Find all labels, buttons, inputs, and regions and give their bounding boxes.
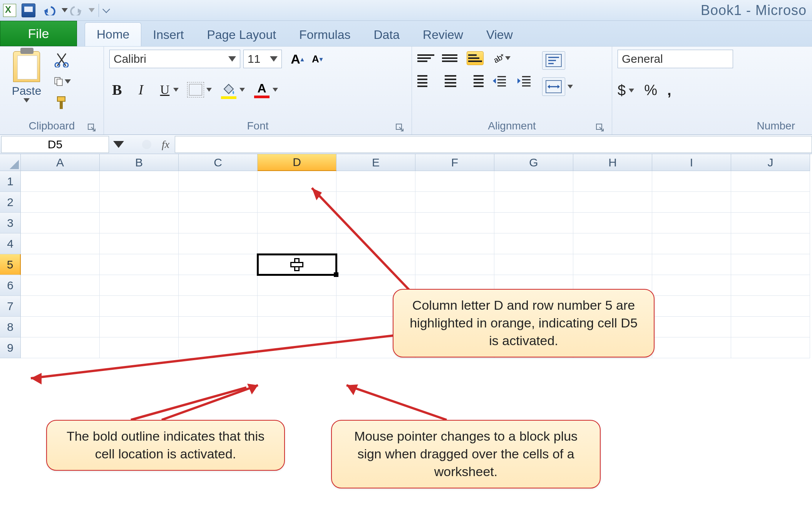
align-middle-button[interactable]: [442, 51, 459, 65]
cell-F1[interactable]: [415, 171, 494, 192]
font-color-button[interactable]: A: [253, 81, 270, 98]
align-bottom-button[interactable]: [467, 51, 484, 65]
shrink-font-button[interactable]: A▾: [308, 50, 326, 68]
cell-J1[interactable]: [731, 171, 810, 192]
cell-F3[interactable]: [415, 213, 494, 233]
align-center-button[interactable]: [442, 74, 459, 88]
underline-dropdown[interactable]: [173, 88, 179, 92]
cell-J4[interactable]: [731, 233, 810, 254]
tab-file[interactable]: File: [0, 21, 77, 46]
col-header-F[interactable]: F: [415, 154, 494, 171]
cell-A8[interactable]: [21, 317, 100, 337]
cell-I7[interactable]: [652, 296, 731, 317]
font-name-combo[interactable]: Calibri: [109, 50, 240, 68]
cell-A7[interactable]: [21, 296, 100, 317]
cell-D4[interactable]: [258, 233, 337, 254]
cell-C3[interactable]: [179, 213, 258, 233]
merge-center-button[interactable]: [542, 77, 565, 96]
cell-I9[interactable]: [652, 337, 731, 358]
cell-C9[interactable]: [179, 337, 258, 358]
cell-D5[interactable]: [258, 254, 337, 275]
cell-I1[interactable]: [652, 171, 731, 192]
align-top-button[interactable]: [417, 51, 434, 65]
cell-B4[interactable]: [100, 233, 179, 254]
cell-D6[interactable]: [258, 275, 337, 296]
save-button[interactable]: [22, 3, 35, 17]
align-left-button[interactable]: [417, 74, 434, 88]
font-color-dropdown[interactable]: [273, 88, 278, 92]
cell-D9[interactable]: [258, 337, 337, 358]
cell-G1[interactable]: [494, 171, 573, 192]
tab-data[interactable]: Data: [362, 23, 411, 46]
percent-format-button[interactable]: %: [644, 82, 657, 99]
bold-button[interactable]: B: [109, 81, 125, 98]
cell-E2[interactable]: [337, 192, 415, 213]
cell-B3[interactable]: [100, 213, 179, 233]
cell-D8[interactable]: [258, 317, 337, 337]
cell-A4[interactable]: [21, 233, 100, 254]
row-header-8[interactable]: 8: [0, 317, 21, 337]
insert-function-button[interactable]: fx: [162, 138, 169, 151]
clipboard-dialog-launcher[interactable]: [87, 122, 96, 131]
fill-color-button[interactable]: [220, 82, 237, 97]
cell-B1[interactable]: [100, 171, 179, 192]
cell-I2[interactable]: [652, 192, 731, 213]
fill-color-dropdown[interactable]: [239, 88, 245, 92]
cell-F5[interactable]: [415, 254, 494, 275]
col-header-D[interactable]: D: [258, 154, 337, 171]
cell-D2[interactable]: [258, 192, 337, 213]
cell-B5[interactable]: [100, 254, 179, 275]
cell-B7[interactable]: [100, 296, 179, 317]
cell-B8[interactable]: [100, 317, 179, 337]
tab-view[interactable]: View: [475, 23, 524, 46]
orientation-button[interactable]: ab: [491, 50, 511, 67]
paste-button[interactable]: Paste: [5, 50, 48, 102]
alignment-dialog-launcher[interactable]: [596, 122, 604, 131]
cell-A1[interactable]: [21, 171, 100, 192]
copy-button[interactable]: [53, 73, 71, 90]
cell-D1[interactable]: [258, 171, 337, 192]
cell-I4[interactable]: [652, 233, 731, 254]
cell-J8[interactable]: [731, 317, 810, 337]
row-header-9[interactable]: 9: [0, 337, 21, 358]
font-size-combo[interactable]: 11: [243, 50, 282, 68]
borders-button[interactable]: [187, 82, 204, 97]
tab-formulas[interactable]: Formulas: [288, 23, 362, 46]
cut-button[interactable]: [53, 51, 71, 68]
qat-customize[interactable]: [102, 5, 110, 13]
cell-E4[interactable]: [337, 233, 415, 254]
cell-E3[interactable]: [337, 213, 415, 233]
cell-B6[interactable]: [100, 275, 179, 296]
decrease-indent-button[interactable]: [491, 74, 508, 88]
cell-D7[interactable]: [258, 296, 337, 317]
col-header-J[interactable]: J: [731, 154, 810, 171]
redo-button[interactable]: [68, 3, 85, 17]
row-header-2[interactable]: 2: [0, 192, 21, 213]
cell-A3[interactable]: [21, 213, 100, 233]
undo-button[interactable]: [41, 3, 58, 17]
cell-J5[interactable]: [731, 254, 810, 275]
cell-F4[interactable]: [415, 233, 494, 254]
cell-I5[interactable]: [652, 254, 731, 275]
cell-E1[interactable]: [337, 171, 415, 192]
col-header-I[interactable]: I: [652, 154, 731, 171]
row-header-6[interactable]: 6: [0, 275, 21, 296]
cell-G5[interactable]: [494, 254, 573, 275]
row-header-7[interactable]: 7: [0, 296, 21, 317]
cell-C2[interactable]: [179, 192, 258, 213]
undo-dropdown[interactable]: [62, 8, 68, 12]
align-right-button[interactable]: [467, 74, 484, 88]
tab-page-layout[interactable]: Page Layout: [195, 23, 288, 46]
cell-I8[interactable]: [652, 317, 731, 337]
cell-C1[interactable]: [179, 171, 258, 192]
tab-insert[interactable]: Insert: [141, 23, 195, 46]
cell-C5[interactable]: [179, 254, 258, 275]
cell-J6[interactable]: [731, 275, 810, 296]
col-header-C[interactable]: C: [179, 154, 258, 171]
cell-J3[interactable]: [731, 213, 810, 233]
cell-I6[interactable]: [652, 275, 731, 296]
cell-J7[interactable]: [731, 296, 810, 317]
cell-A6[interactable]: [21, 275, 100, 296]
font-dialog-launcher[interactable]: [395, 122, 404, 131]
cell-H5[interactable]: [573, 254, 652, 275]
